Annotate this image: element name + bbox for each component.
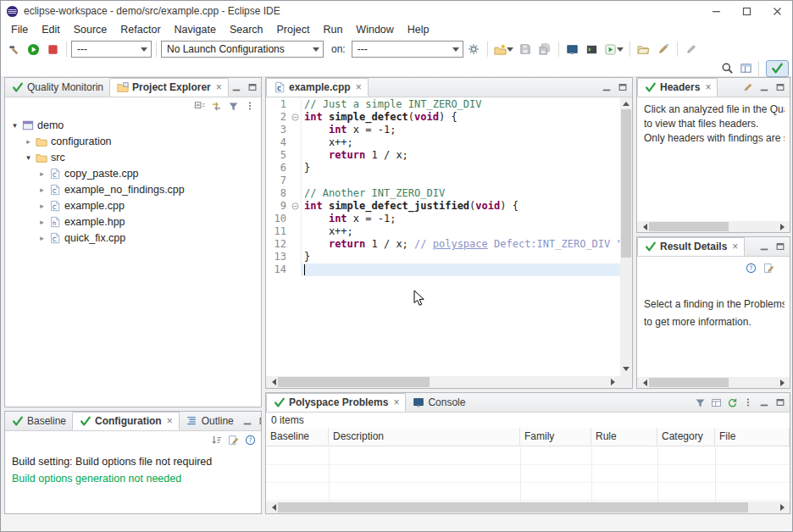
scroll-right-button[interactable]	[778, 502, 790, 513]
tab-configuration[interactable]: Configuration×	[72, 412, 180, 430]
filter-icon[interactable]	[692, 395, 707, 410]
expand-arrow-icon[interactable]: ▸	[36, 186, 48, 194]
link-with-editor-icon[interactable]	[208, 98, 224, 114]
tab-example-cpp[interactable]: Cexample.cpp×	[266, 78, 369, 97]
maximize-view-icon[interactable]	[773, 395, 788, 410]
menu-project[interactable]: Project	[270, 24, 317, 36]
minimize-view-icon[interactable]	[599, 80, 614, 95]
open-terminal-button[interactable]	[583, 40, 602, 58]
search-button[interactable]	[718, 59, 736, 78]
view-menu-icon[interactable]	[242, 98, 258, 114]
menu-help[interactable]: Help	[401, 24, 436, 36]
close-icon[interactable]: ×	[393, 396, 399, 408]
window-maximize-button[interactable]	[731, 1, 762, 21]
tree-item-copy-paste-cpp[interactable]: ▸Ccopy_paste.cpp	[5, 165, 261, 181]
launch-settings-button[interactable]	[464, 40, 483, 58]
code-line-9[interactable]: 9int simple_defect_justified(void) {	[266, 200, 620, 213]
menu-source[interactable]: Source	[67, 24, 114, 36]
window-minimize-button[interactable]	[701, 1, 731, 21]
tab-outline[interactable]: Outline	[180, 412, 240, 430]
minimize-view-icon[interactable]	[757, 80, 772, 95]
tree-item-quick-fix-cpp[interactable]: ▸Cquick_fix.cpp	[5, 230, 261, 246]
code-line-4[interactable]: 4 x++;	[266, 136, 620, 149]
problems-table-body[interactable]	[266, 447, 790, 502]
menu-edit[interactable]: Edit	[35, 24, 67, 36]
open-project-button[interactable]	[635, 40, 653, 58]
code-line-12[interactable]: 12 return 1 / x; // polyspace Defect:INT…	[266, 238, 620, 251]
help-icon[interactable]: ?	[743, 260, 758, 275]
code-line-11[interactable]: 11 x++;	[266, 225, 620, 238]
close-icon[interactable]: ×	[705, 81, 711, 93]
sort-icon[interactable]	[208, 432, 224, 447]
code-line-8[interactable]: 8// Another INT_ZERO_DIV	[266, 187, 620, 200]
minimize-view-icon[interactable]	[757, 395, 772, 410]
format-button[interactable]	[654, 40, 673, 58]
vertical-scrollbar[interactable]	[620, 97, 632, 376]
code-line-1[interactable]: 1// Just a simple INT_ZERO_DIV	[266, 98, 620, 111]
horizontal-scrollbar[interactable]	[266, 376, 620, 388]
tab-console[interactable]: Console	[406, 393, 471, 412]
menu-file[interactable]: File	[4, 24, 35, 36]
maximize-view-icon[interactable]	[773, 239, 788, 254]
fold-marker-icon[interactable]	[290, 200, 302, 213]
tree-item-example-no-findings-cpp[interactable]: ▸Cexample_no_findings.cpp	[5, 181, 261, 197]
scroll-left-button[interactable]	[637, 221, 649, 233]
expand-arrow-icon[interactable]: ▸	[36, 218, 48, 226]
scroll-left-button[interactable]	[637, 377, 649, 389]
tab-baseline[interactable]: Baseline	[5, 412, 72, 430]
on-target-combo[interactable]: ---	[352, 41, 463, 58]
scroll-left-button[interactable]	[266, 376, 278, 388]
edit-icon[interactable]	[761, 260, 776, 275]
run-history-button[interactable]	[602, 40, 625, 58]
minimize-view-icon[interactable]	[229, 80, 244, 95]
code-line-10[interactable]: 10 int x = -1;	[266, 213, 620, 225]
code-line-13[interactable]: 13}	[266, 251, 620, 263]
tree-item-demo[interactable]: ▾demo	[5, 117, 261, 133]
open-console-button[interactable]	[563, 40, 582, 58]
minimize-view-icon[interactable]	[757, 239, 772, 254]
refresh-icon[interactable]	[724, 395, 740, 410]
save-button[interactable]	[516, 40, 535, 58]
save-all-button[interactable]	[535, 40, 554, 58]
horizontal-scrollbar[interactable]	[637, 221, 790, 232]
tab-quality-monitorin[interactable]: Quality Monitorin	[5, 78, 109, 97]
collapse-arrow-icon[interactable]: ▾	[22, 153, 35, 162]
tree-item-example-cpp[interactable]: ▸Cexample.cpp	[5, 197, 261, 213]
maximize-view-icon[interactable]	[245, 80, 260, 95]
scroll-down-button[interactable]	[620, 364, 632, 376]
scroll-right-button[interactable]	[778, 221, 790, 233]
menu-run[interactable]: Run	[316, 24, 349, 36]
filter-icon[interactable]	[225, 98, 241, 114]
group-columns-icon[interactable]	[708, 395, 724, 410]
code-editor[interactable]: 1// Just a simple INT_ZERO_DIV2int simpl…	[266, 97, 632, 388]
column-header-rule[interactable]: Rule	[591, 428, 657, 446]
scroll-right-button[interactable]	[778, 377, 790, 389]
tree-item-example-hpp[interactable]: ▸hexample.hpp	[5, 213, 261, 230]
maximize-view-icon[interactable]	[773, 80, 788, 95]
run-target-combo[interactable]: ---	[71, 41, 152, 58]
tree-item-src[interactable]: ▾src	[5, 149, 261, 165]
menu-refactor[interactable]: Refactor	[114, 24, 167, 36]
scroll-right-button[interactable]	[608, 376, 620, 388]
code-line-6[interactable]: 6}	[266, 162, 620, 175]
edit-icon[interactable]	[225, 432, 241, 447]
edit-icon[interactable]	[740, 80, 756, 95]
code-line-14[interactable]: 14	[266, 263, 620, 276]
tree-item-configuration[interactable]: ▸configuration	[5, 133, 261, 149]
collapse-arrow-icon[interactable]: ▾	[8, 121, 21, 130]
stop-analysis-button[interactable]	[43, 40, 62, 58]
polyspace-perspective-button[interactable]	[766, 60, 789, 77]
code-line-2[interactable]: 2int simple_defect(void) {	[266, 111, 620, 124]
annotate-button[interactable]	[682, 40, 701, 58]
column-header-baseline[interactable]: Baseline	[266, 428, 329, 446]
code-line-7[interactable]: 7	[266, 175, 620, 187]
collapse-all-icon[interactable]	[191, 98, 207, 114]
view-menu-icon[interactable]	[740, 395, 756, 410]
new-wizard-button[interactable]	[492, 40, 515, 58]
analyze-button[interactable]	[4, 40, 23, 58]
window-close-button[interactable]	[762, 1, 792, 21]
menu-navigate[interactable]: Navigate	[168, 24, 223, 36]
open-perspective-button[interactable]	[736, 59, 755, 78]
menu-window[interactable]: Window	[349, 24, 400, 36]
scroll-up-button[interactable]	[620, 97, 632, 109]
